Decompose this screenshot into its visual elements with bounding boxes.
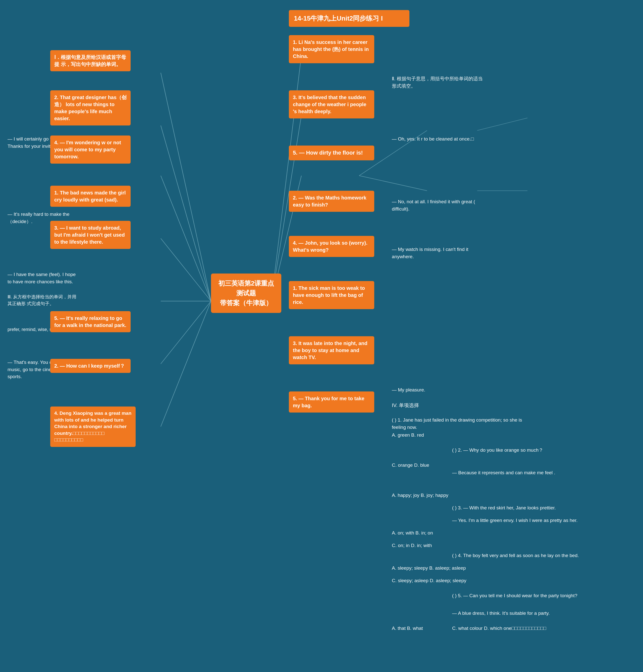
rt-item6-sick: 1. The sick man is too weak to have enou… — [289, 281, 374, 309]
label-feel: — I have the same (feel). I hope to have… — [8, 271, 78, 285]
svg-line-11 — [359, 176, 427, 191]
q5-text: ( ) 5. — Can you tell me I should wear f… — [452, 592, 588, 599]
ob7-box: 2. — How can I keep myself？ — [50, 359, 131, 373]
rt-item3-floor: 5. — How dirty the floor is! — [289, 146, 374, 160]
rt-item2: 3. It's believed that the sudden change … — [289, 90, 374, 119]
mind-map: 14-15牛津九上Unit2同步练习 I 初三英语第2课重点测试题带答案（牛津版… — [0, 0, 643, 672]
q2-text: ( ) 2. — Why do you like orange so much？ — [452, 447, 588, 454]
q5-dialogue: — A blue dress, I think. It's suitable f… — [452, 610, 588, 617]
section-1-header: Ⅰ．根据句意及所给汉语或首字母提 示，写出句中所缺的单词。 — [50, 50, 131, 71]
ra1-text: — Oh, yes. It r to be cleaned at once.□ — [392, 136, 487, 143]
svg-line-5 — [161, 176, 211, 301]
label-sec3: Ⅲ. 从方框中选择给当的单词，并用其正确形 式完成句子。 — [8, 294, 80, 307]
rt-item4-maths: 2. — Was the Maths homework easy to fini… — [289, 191, 374, 212]
svg-line-9 — [161, 301, 211, 426]
ob6-box: 5. — It's really relaxing to go for a wa… — [50, 311, 131, 332]
q3-dialogue: — Yes. I'm a little green envy. I wish I… — [452, 517, 588, 524]
ob8-box: 4. Deng Xiaoping was a great man with lo… — [50, 407, 136, 447]
ob2-box: 2. That great designer has（创造） lots of n… — [50, 90, 131, 125]
pleasure-text: — My pleasure. — [392, 386, 487, 394]
center-label: 初三英语第2课重点测试题带答案（牛津版） — [218, 279, 274, 307]
title-text: 14-15牛津九上Unit2同步练习 I — [294, 14, 383, 22]
svg-line-8 — [161, 301, 211, 364]
svg-line-12 — [477, 118, 527, 130]
center-box: 初三英语第2课重点测试题带答案（牛津版） — [211, 274, 281, 313]
svg-line-3 — [161, 73, 211, 301]
ra3-text: — My watch is missing. I can't find it a… — [392, 246, 487, 260]
ob5-box: 3. — I want to study abroad, but I'm afr… — [50, 221, 131, 249]
q1-text: ( ) 1. Jane has just failed in the drawi… — [392, 416, 522, 431]
q4-opts1: A. sleepy; sleepy B. asleep; asleep — [392, 564, 487, 572]
q3-opts1: A. on; with B. in; on — [392, 530, 462, 537]
q5-opts2: C. what colour D. which one□□□□□□□□□□□□ — [452, 625, 578, 632]
bo1-box: 5. — Thank you for me to take my bag. — [289, 391, 374, 412]
q2-opts: C. orange D. blue — [392, 462, 462, 469]
q2-opts2: A. happy; joy B. joy; happy — [392, 492, 487, 499]
svg-line-4 — [161, 125, 211, 301]
svg-line-6 — [161, 238, 211, 301]
q4-opts2: C. sleepy; asleep D. asleep; sleepy — [392, 577, 487, 584]
q5-opts1: A. that B. what — [392, 625, 462, 632]
ob3-box: 4. — I'm wondering w or not you will com… — [50, 136, 131, 164]
sec4-label: IV. 单项选择 — [392, 401, 487, 409]
ob4-box: 1. The bad news made the girl cry loudly… — [50, 186, 131, 207]
q2-dialogue: — Because it represents and can make me … — [452, 469, 588, 476]
title-box: 14-15牛津九上Unit2同步练习 I — [289, 10, 409, 27]
rt-item5-john: 4. — John, you look so (worry). What's w… — [289, 236, 374, 257]
rt-item7-night: 3. It was late into the night, and the b… — [289, 336, 374, 364]
sec2-label: Ⅱ. 根据句子意思，用括号中所给单词的适当 形式填空。 — [392, 75, 487, 90]
q4-text: ( ) 4. The boy felt very and fell as soo… — [452, 552, 588, 559]
q3-text: ( ) 3. — With the red skirt her, Jane lo… — [452, 505, 588, 512]
ra2-text: — No, not at all. I finished it with gre… — [392, 198, 487, 213]
q3-opts2: C. on; in D. in; with — [392, 542, 487, 549]
rt-item1: 1. Li Na's success in her career has bro… — [289, 35, 374, 63]
q1-opts: A. green B. red — [392, 432, 462, 439]
